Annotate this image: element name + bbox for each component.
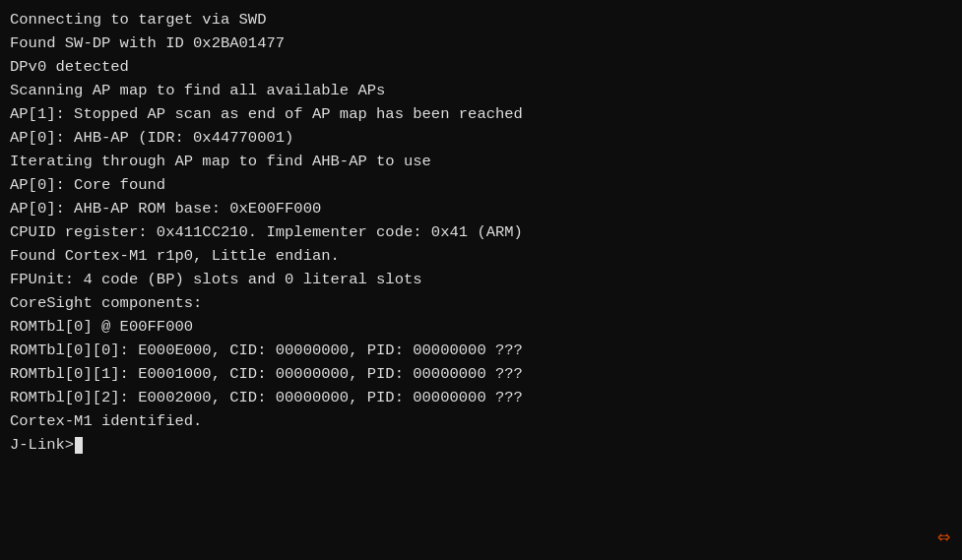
terminal-line: DPv0 detected xyxy=(10,55,952,79)
terminal-window: Connecting to target via SWD Found SW-DP… xyxy=(0,0,962,560)
terminal-line: CoreSight components: xyxy=(10,291,952,315)
terminal-line: AP[1]: Stopped AP scan as end of AP map … xyxy=(10,102,952,126)
terminal-line: AP[0]: AHB-AP (IDR: 0x44770001) xyxy=(10,126,952,150)
terminal-line: Scanning AP map to find all available AP… xyxy=(10,79,952,102)
terminal-line: ROMTbl[0][0]: E000E000, CID: 00000000, P… xyxy=(10,339,952,362)
terminal-line: ROMTbl[0][1]: E0001000, CID: 00000000, P… xyxy=(10,362,952,386)
terminal-line: AP[0]: Core found xyxy=(10,173,952,197)
terminal-line: Found SW-DP with ID 0x2BA01477 xyxy=(10,31,952,55)
terminal-line: Found Cortex-M1 r1p0, Little endian. xyxy=(10,244,952,268)
terminal-prompt: J-Link> xyxy=(10,433,74,457)
terminal-line: ROMTbl[0] @ E00FF000 xyxy=(10,315,952,339)
terminal-line: CPUID register: 0x411CC210. Implementer … xyxy=(10,220,952,244)
scroll-arrows-icon: ⇔ xyxy=(937,528,950,549)
terminal-line: ROMTbl[0][2]: E0002000, CID: 00000000, P… xyxy=(10,386,952,409)
terminal-prompt-line[interactable]: J-Link> xyxy=(10,433,952,457)
terminal-line: Cortex-M1 identified. xyxy=(10,409,952,433)
terminal-line: AP[0]: AHB-AP ROM base: 0xE00FF000 xyxy=(10,197,952,220)
terminal-line: Connecting to target via SWD xyxy=(10,8,952,31)
scroll-icon-area: ⇔ xyxy=(911,525,950,552)
terminal-output: Connecting to target via SWD Found SW-DP… xyxy=(10,8,952,433)
terminal-line: FPUnit: 4 code (BP) slots and 0 literal … xyxy=(10,268,952,291)
terminal-cursor xyxy=(75,437,83,454)
terminal-line: Iterating through AP map to find AHB-AP … xyxy=(10,150,952,173)
